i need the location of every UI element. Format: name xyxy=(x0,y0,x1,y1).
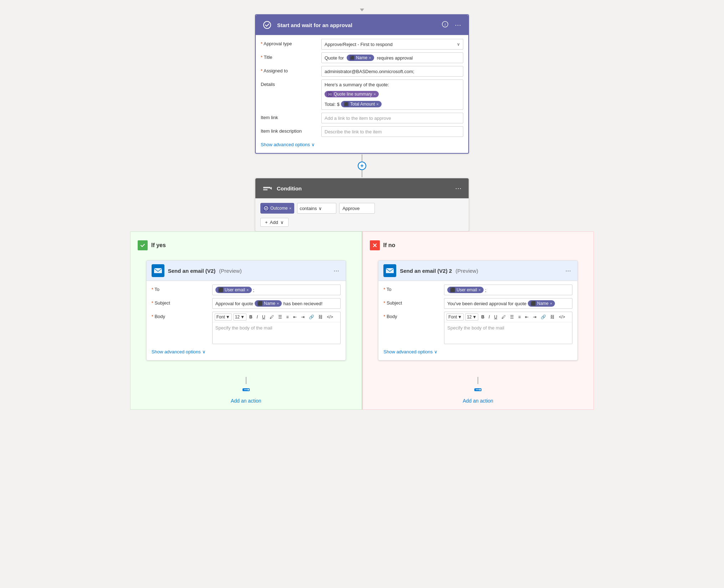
indent-left-btn-no[interactable]: ⇤ xyxy=(524,314,530,320)
details-token1-row: {x} Quote line summary × xyxy=(325,91,379,97)
add-action-yes-icon xyxy=(242,385,250,396)
plus-connector[interactable]: + xyxy=(358,154,366,177)
add-action-no-button[interactable]: Add an action xyxy=(463,385,493,404)
add-action-yes-label: Add an action xyxy=(231,398,261,404)
email-yes-body-input[interactable]: Specify the body of the mail xyxy=(213,322,340,344)
bold-btn-yes[interactable]: B xyxy=(248,314,254,320)
fontsize-select-yes[interactable]: 12 ▼ xyxy=(233,313,246,321)
email-no-subject-field[interactable]: You've been denied approval for quote ⬛ … xyxy=(444,298,572,309)
subject-no-prefix: You've been denied approval for quote xyxy=(447,301,526,306)
condition-add-button[interactable]: + Add ∨ xyxy=(260,218,289,227)
email-no-body-toolbar: Font ▼ 12 ▼ B I U 🖊 xyxy=(444,312,572,322)
approval-card-body: * Approval type Approve/Reject - First t… xyxy=(256,35,468,153)
condition-svg-icon xyxy=(262,183,272,193)
email-yes-to-field[interactable]: ⬛ User email × ; xyxy=(212,285,341,295)
pen-btn-no[interactable]: 🖊 xyxy=(500,314,507,320)
email-yes-show-advanced[interactable]: Show advanced options ∨ xyxy=(152,347,341,357)
pen-btn-yes[interactable]: 🖊 xyxy=(268,314,275,320)
canvas: Start and wait for an approval i ⋯ * App… xyxy=(0,0,724,417)
body-yes-placeholder: Specify the body of the mail xyxy=(215,325,272,331)
list-unordered-btn-no[interactable]: ☰ xyxy=(509,314,515,320)
email-no-body-label: * Body xyxy=(383,312,440,319)
add-action-yes-svg xyxy=(242,385,250,394)
font-select-yes[interactable]: Font ▼ xyxy=(215,313,232,321)
item-link-desc-row: Item link description Describe the link … xyxy=(261,126,463,137)
condition-title: Condition xyxy=(277,185,450,191)
name-subject-close-no[interactable]: × xyxy=(550,301,552,306)
name-subject-icon-yes: ⬛ xyxy=(258,301,262,306)
list-unordered-btn-yes[interactable]: ☰ xyxy=(277,314,284,320)
email-yes-subject-row: * Subject Approval for quote ⬛ Name × ha… xyxy=(152,298,341,309)
user-email-token-no: ⬛ User email × xyxy=(447,287,484,293)
indent-left-btn-yes[interactable]: ⇤ xyxy=(292,314,298,320)
email-yes-more-button[interactable]: ⋯ xyxy=(332,267,341,275)
item-link-field[interactable]: Add a link to the item to approve xyxy=(321,113,463,123)
branch-yes: If yes Send an email (V2) (Preview) xyxy=(130,231,362,410)
email-no-to-suffix: ; xyxy=(485,287,486,293)
email-no-to-field[interactable]: ⬛ User email × ; xyxy=(444,285,572,295)
email-no-header: Send an email (V2) 2 (Preview) ⋯ xyxy=(378,261,577,281)
email-yes-preview: (Preview) xyxy=(219,268,241,274)
link-btn-yes[interactable]: 🔗 xyxy=(307,314,316,320)
quote-token-close[interactable]: × xyxy=(373,92,376,96)
approval-more-button[interactable]: ⋯ xyxy=(453,20,463,30)
details-field[interactable]: Here's a summary of the quote: {x} Quote… xyxy=(321,80,463,110)
unlink-btn-yes[interactable]: ⛓ xyxy=(317,314,324,320)
condition-more-button[interactable]: ⋯ xyxy=(454,184,464,193)
name-token-close[interactable]: × xyxy=(369,56,371,60)
email-no-body-editor: Font ▼ 12 ▼ B I U 🖊 xyxy=(444,312,572,344)
italic-btn-yes[interactable]: I xyxy=(255,314,259,320)
total-token-close[interactable]: × xyxy=(376,102,378,106)
assigned-to-field[interactable]: administrator@BASDemo.onmicrosoft.com; xyxy=(321,66,463,77)
link-btn-no[interactable]: 🔗 xyxy=(539,314,547,320)
underline-btn-yes[interactable]: U xyxy=(261,314,267,320)
email-no-more-button[interactable]: ⋯ xyxy=(564,267,572,275)
condition-operator-select[interactable]: contains ∨ xyxy=(297,203,336,214)
email-yes-subject-field[interactable]: Approval for quote ⬛ Name × has been rec… xyxy=(212,298,341,309)
name-token-label: Name xyxy=(356,55,367,60)
email-no-title-text: Send an email (V2) 2 xyxy=(400,268,452,274)
user-email-close-no[interactable]: × xyxy=(479,288,481,292)
add-action-no-area: Add an action xyxy=(463,365,493,404)
email-no-body-input[interactable]: Specify the body of the mail xyxy=(444,322,572,344)
email-no-subject-row: * Subject You've been denied approval fo… xyxy=(383,298,572,309)
subject-yes-prefix: Approval for quote xyxy=(215,301,253,306)
quote-token-icon: {x} xyxy=(327,92,332,97)
code-btn-yes[interactable]: </> xyxy=(326,314,335,320)
svg-text:i: i xyxy=(444,22,445,26)
name-subject-label-no: Name xyxy=(537,301,549,306)
indent-right-btn-no[interactable]: ⇥ xyxy=(531,314,538,320)
outcome-token-close[interactable]: × xyxy=(289,206,291,210)
fontsize-select-no[interactable]: 12 ▼ xyxy=(465,313,478,321)
name-subject-close-yes[interactable]: × xyxy=(277,301,279,306)
email-yes-body-editor: Font ▼ 12 ▼ B I U 🖊 xyxy=(212,312,341,344)
condition-value-field[interactable]: Approve xyxy=(339,203,375,214)
plus-circle-btn[interactable]: + xyxy=(358,162,366,170)
approval-show-advanced[interactable]: Show advanced options ∨ xyxy=(261,140,463,149)
user-email-label-no: User email xyxy=(457,287,477,292)
info-icon: i xyxy=(442,21,448,27)
indent-right-btn-yes[interactable]: ⇥ xyxy=(300,314,306,320)
fontsize-label-no: 12 xyxy=(467,315,471,319)
add-action-no-label: Add an action xyxy=(463,398,493,404)
title-field[interactable]: Quote for ⬛ Name × requires approval xyxy=(321,52,463,63)
code-btn-no[interactable]: </> xyxy=(557,314,566,320)
item-link-desc-field[interactable]: Describe the link to the item xyxy=(321,126,463,137)
bold-btn-no[interactable]: B xyxy=(480,314,486,320)
email-yes-advanced-label: Show advanced options xyxy=(152,349,201,354)
unlink-btn-no[interactable]: ⛓ xyxy=(549,314,556,320)
condition-card: Condition ⋯ Outcome × contains ∨ xyxy=(255,178,469,231)
font-select-no[interactable]: Font ▼ xyxy=(447,313,464,321)
user-email-close-yes[interactable]: × xyxy=(246,288,249,292)
approval-info-button[interactable]: i xyxy=(440,20,450,30)
approval-type-field[interactable]: Approve/Reject - First to respond ∨ xyxy=(321,39,463,50)
add-action-yes-button[interactable]: Add an action xyxy=(231,385,261,404)
total-amount-token: ⬛ Total Amount × xyxy=(341,101,382,107)
connector-line-top xyxy=(362,154,362,162)
list-ordered-btn-no[interactable]: ≡ xyxy=(517,314,522,320)
underline-btn-no[interactable]: U xyxy=(493,314,499,320)
italic-btn-no[interactable]: I xyxy=(487,314,491,320)
list-ordered-btn-yes[interactable]: ≡ xyxy=(285,314,290,320)
font-arrow-no: ▼ xyxy=(458,315,462,319)
email-no-show-advanced[interactable]: Show advanced options ∨ xyxy=(383,347,572,357)
